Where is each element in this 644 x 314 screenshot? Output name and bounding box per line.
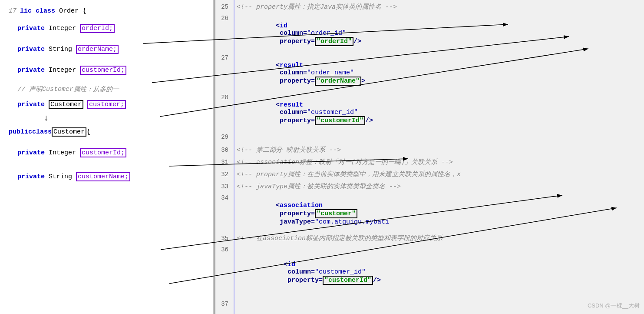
xml-line-37: 37 <result column="customer_name" proper… <box>215 300 644 314</box>
xml-line-31: 31 <!-- association标签：映射「对一(对方是一的一端)」关联关… <box>215 157 644 170</box>
java-line-customer-field: private Customer customer; <box>9 98 208 111</box>
xml-ordername-val: "orderName" <box>315 77 361 86</box>
xml-comment-32: <!-- property属性：在当前实体类类型中，用来建立关联关系的属性名，x <box>237 170 461 178</box>
xml-line-25: 25 <!-- property属性：指定Java实体类的属性名 --> <box>215 2 644 14</box>
left-panel: 17 lic class Order { private Integer ord… <box>0 0 213 314</box>
java-line-customerid: private Integer customerId; <box>9 63 208 77</box>
line-num-17: 17 <box>9 7 17 15</box>
java-line-order-class: 17 lic class Order { <box>9 4 208 17</box>
customerid-box: customerId; <box>80 66 126 75</box>
orderid-box: orderId; <box>80 24 115 33</box>
java-line-comment1: // 声明Customer属性：从多的一 <box>9 83 208 96</box>
xml-orderid-val: "orderId" <box>315 37 353 46</box>
right-panel: 25 <!-- property属性：指定Java实体类的属性名 --> 26 … <box>214 0 644 314</box>
java-line-customer-class: public class Customer { <box>9 125 208 138</box>
xml-line-28: 28 <result column="customer_id" property… <box>215 94 644 133</box>
xml-line-27: 27 <result column="order_name" property=… <box>215 54 644 94</box>
xml-comment-30: <!-- 第二部分 映射关联关系 --> <box>237 146 341 154</box>
xml-line-34: 34 <association property="customer" java… <box>215 194 644 234</box>
java-line-ordername: private String orderName; <box>9 43 208 56</box>
xml-line-30: 30 <!-- 第二部分 映射关联关系 --> <box>215 145 644 157</box>
ordername-box: orderName; <box>76 45 119 54</box>
java-line-orderid: private Integer orderId; <box>9 22 208 35</box>
watermark: CSDN @一棵__大树 <box>588 302 640 310</box>
main-container: 17 lic class Order { private Integer ord… <box>0 0 644 314</box>
customername-box: customerName; <box>76 172 130 181</box>
xml-customerid-val: "customerId" <box>315 116 365 125</box>
xml-comment-33: <!-- javaType属性：被关联的实体类类型全类名 --> <box>237 182 401 190</box>
xml-line-29: 29 <box>215 133 644 145</box>
customer-type-box: Customer <box>49 100 83 109</box>
xml-lines: 25 <!-- property属性：指定Java实体类的属性名 --> 26 … <box>215 2 644 314</box>
java-line-customer-customerid: private Integer customerId; <box>9 146 208 159</box>
xml-customer-prop-val: "customer" <box>315 209 357 218</box>
customer-class-box: Customer <box>52 127 86 137</box>
arrow-down-1: ↓ <box>43 113 208 123</box>
customer-field-box: customer; <box>87 100 126 109</box>
xml-line-35: 35 <!-- 在association标签内部指定被关联的类型和表字段的对应关… <box>215 234 644 246</box>
java-line-customername: private String customerName; <box>9 170 208 183</box>
active-line-indicator <box>234 0 234 314</box>
xml-cust-id-val: "customerId" <box>323 276 373 285</box>
xml-comment-35: <!-- 在association标签内部指定被关联的类型和表字段的对应关系 <box>237 234 443 242</box>
xml-line-36: 36 <id column="customer_id" property="cu… <box>215 246 644 300</box>
xml-line-26: 26 <id column="order_id" property="order… <box>215 14 644 54</box>
xml-line-33: 33 <!-- javaType属性：被关联的实体类类型全类名 --> <box>215 182 644 194</box>
xml-line-32: 32 <!-- property属性：在当前实体类类型中，用来建立关联关系的属性… <box>215 170 644 182</box>
xml-comment-25: <!-- property属性：指定Java实体类的属性名 --> <box>237 3 397 11</box>
customer-customerid-box: customerId; <box>80 148 126 157</box>
xml-comment-31: <!-- association标签：映射「对一(对方是一的一端)」关联关系 -… <box>237 158 453 166</box>
